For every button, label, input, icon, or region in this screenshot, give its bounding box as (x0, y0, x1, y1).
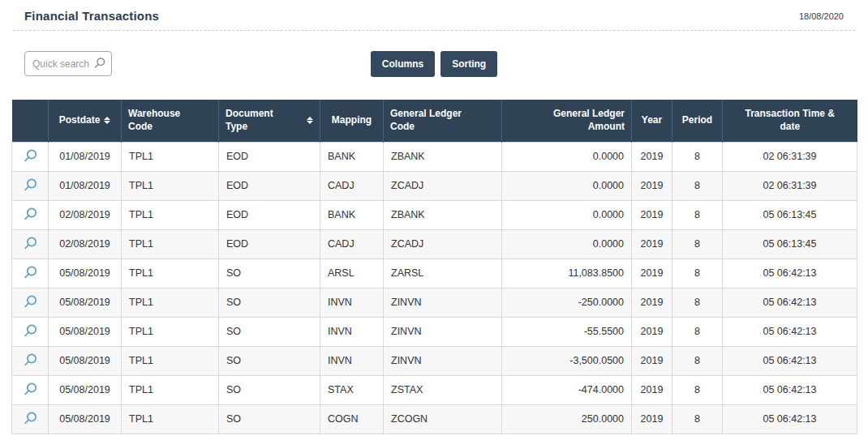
sorting-button[interactable]: Sorting (440, 51, 497, 77)
cell-postdate: 02/08/2019 (49, 229, 122, 258)
cell-year: 2019 (632, 346, 672, 375)
cell-year: 2019 (632, 229, 672, 258)
header-document-type[interactable]: Document Type (219, 100, 320, 142)
cell-document-type: SO (219, 346, 320, 375)
row-detail-cell (12, 404, 49, 434)
cell-gl-code: ZBANK (384, 200, 502, 229)
cell-warehouse-code: TPL1 (122, 404, 219, 434)
row-detail-button[interactable] (21, 351, 40, 370)
header-label: Transaction Time & date (737, 108, 844, 133)
cell-period: 8 (672, 142, 723, 171)
row-detail-cell (12, 171, 49, 200)
cell-postdate: 05/08/2019 (49, 317, 122, 346)
row-detail-button[interactable] (21, 176, 40, 194)
row-detail-button[interactable] (21, 293, 40, 311)
row-detail-button[interactable] (21, 205, 40, 224)
cell-gl-code: ZSTAX (384, 375, 502, 404)
magnifier-icon (23, 382, 38, 397)
cell-gl-amount: 0.0000 (502, 171, 632, 200)
cell-warehouse-code: TPL1 (122, 375, 219, 404)
cell-year: 2019 (632, 142, 672, 171)
row-detail-cell (12, 229, 49, 258)
cell-transaction-time: 05 06:13:45 (723, 200, 857, 229)
cell-year: 2019 (632, 375, 672, 404)
row-detail-button[interactable] (21, 322, 40, 340)
cell-postdate: 05/08/2019 (49, 375, 122, 404)
header-label: Mapping (332, 114, 372, 127)
row-detail-cell (12, 346, 49, 375)
cell-mapping: BANK (320, 142, 384, 171)
table-row: 05/08/2019TPL1SOARSLZARSL11,083.85002019… (12, 258, 857, 288)
row-detail-cell (12, 375, 49, 404)
sort-up-down-icon[interactable] (104, 117, 110, 124)
magnifier-icon (23, 265, 38, 280)
cell-mapping: INVN (320, 317, 384, 346)
transactions-table-wrap: Postdate Warehouse Code Document Type Ma… (11, 100, 857, 434)
table-row: 02/08/2019TPL1EODCADJZCADJ0.00002019805 … (12, 229, 857, 258)
cell-transaction-time: 02 06:31:39 (723, 142, 857, 171)
cell-gl-amount: -55.5500 (502, 317, 632, 346)
cell-postdate: 01/08/2019 (49, 142, 122, 171)
cell-transaction-time: 02 06:31:39 (723, 171, 857, 200)
cell-gl-code: ZCADJ (384, 229, 502, 258)
toolbar: Columns Sorting (0, 51, 868, 77)
header-postdate[interactable]: Postdate (49, 100, 122, 142)
cell-transaction-time: 05 06:42:13 (723, 258, 857, 288)
cell-warehouse-code: TPL1 (122, 171, 219, 200)
cell-transaction-time: 05 06:42:13 (723, 404, 857, 434)
cell-period: 8 (672, 404, 723, 434)
table-header: Postdate Warehouse Code Document Type Ma… (12, 100, 857, 142)
table-row: 01/08/2019TPL1EODCADJZCADJ0.00002019802 … (12, 171, 857, 200)
cell-mapping: COGN (320, 404, 384, 434)
cell-document-type: EOD (219, 200, 320, 229)
cell-period: 8 (672, 258, 723, 288)
header-label: Period (682, 114, 712, 127)
magnifier-icon (23, 411, 38, 426)
cell-gl-amount: 0.0000 (502, 142, 632, 171)
row-detail-cell (12, 258, 49, 288)
row-detail-button[interactable] (21, 263, 40, 282)
cell-postdate: 05/08/2019 (49, 346, 122, 375)
cell-postdate: 05/08/2019 (49, 404, 122, 434)
top-bar: Financial Transactions 18/08/2020 (0, 0, 868, 23)
magnifier-icon (23, 323, 38, 339)
magnifier-icon (23, 352, 38, 368)
header-label: General Ledger Code (390, 108, 481, 133)
cell-transaction-time: 05 06:13:45 (723, 229, 857, 258)
row-detail-button[interactable] (21, 380, 40, 399)
cell-document-type: EOD (219, 229, 320, 258)
cell-warehouse-code: TPL1 (122, 288, 219, 317)
row-detail-button[interactable] (21, 409, 40, 428)
table-row: 05/08/2019TPL1SOSTAXZSTAX-474.0000201980… (12, 375, 857, 404)
dashed-divider (13, 30, 855, 31)
cell-warehouse-code: TPL1 (122, 346, 219, 375)
magnifier-icon (23, 207, 38, 222)
header-gl-code: General Ledger Code (384, 100, 502, 142)
cell-period: 8 (672, 229, 723, 258)
cell-mapping: INVN (320, 346, 384, 375)
cell-year: 2019 (632, 404, 672, 434)
row-detail-button[interactable] (21, 147, 40, 165)
transactions-table: Postdate Warehouse Code Document Type Ma… (11, 100, 857, 434)
columns-button[interactable]: Columns (371, 51, 435, 77)
cell-document-type: SO (219, 375, 320, 404)
cell-transaction-time: 05 06:42:13 (723, 375, 857, 404)
header-period: Period (672, 100, 723, 142)
cell-postdate: 02/08/2019 (49, 200, 122, 229)
cell-year: 2019 (632, 200, 672, 229)
cell-warehouse-code: TPL1 (122, 317, 219, 346)
cell-gl-code: ZINVN (384, 346, 502, 375)
row-detail-button[interactable] (21, 234, 40, 253)
cell-document-type: SO (219, 288, 320, 317)
cell-transaction-time: 05 06:42:13 (723, 288, 857, 317)
row-detail-cell (12, 142, 49, 171)
header-label: Year (642, 114, 662, 127)
cell-document-type: SO (219, 404, 320, 434)
sort-up-down-icon[interactable] (307, 117, 313, 124)
table-row: 05/08/2019TPL1SOCOGNZCOGN250.00002019805… (12, 404, 857, 434)
cell-year: 2019 (632, 258, 672, 288)
cell-transaction-time: 05 06:42:13 (723, 346, 857, 375)
cell-warehouse-code: TPL1 (122, 258, 219, 288)
magnifier-icon (23, 236, 38, 251)
cell-mapping: ARSL (320, 258, 384, 288)
